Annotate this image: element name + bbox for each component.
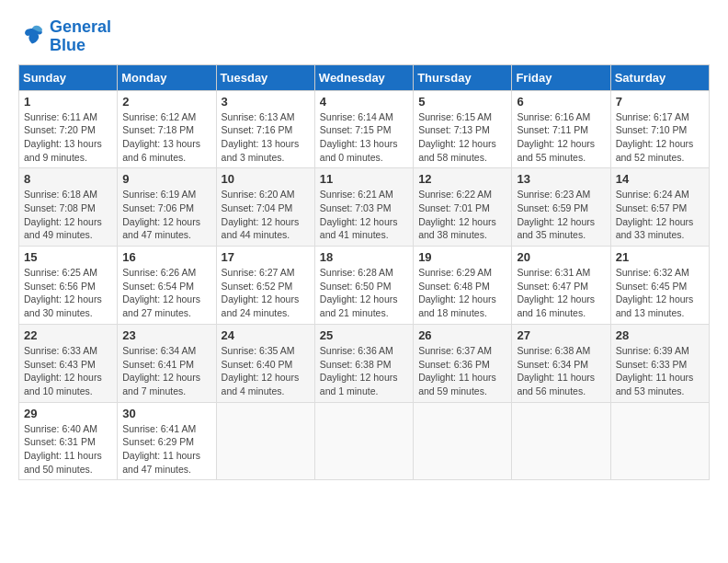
day-info: Sunrise: 6:29 AM Sunset: 6:48 PM Dayligh… (418, 266, 506, 320)
day-number: 7 (616, 95, 704, 109)
calendar-cell (610, 402, 709, 480)
day-info: Sunrise: 6:17 AM Sunset: 7:10 PM Dayligh… (616, 110, 704, 165)
day-number: 10 (222, 172, 310, 186)
day-info: Sunrise: 6:35 AM Sunset: 6:40 PM Dayligh… (222, 344, 310, 398)
calendar-cell: 2 Sunrise: 6:12 AM Sunset: 7:18 PM Dayli… (118, 90, 216, 168)
calendar-cell: 10 Sunrise: 6:20 AM Sunset: 7:04 PM Dayl… (216, 168, 314, 247)
calendar-cell: 8 Sunrise: 6:18 AM Sunset: 7:08 PM Dayli… (19, 168, 118, 247)
day-number: 3 (222, 95, 310, 109)
calendar-day-header: Saturday (610, 64, 709, 90)
calendar-cell: 16 Sunrise: 6:26 AM Sunset: 6:54 PM Dayl… (118, 247, 216, 325)
day-info: Sunrise: 6:20 AM Sunset: 7:04 PM Dayligh… (222, 188, 310, 242)
calendar-day-header: Friday (512, 64, 610, 90)
calendar-cell (314, 402, 413, 480)
calendar-cell: 9 Sunrise: 6:19 AM Sunset: 7:06 PM Dayli… (118, 168, 216, 247)
calendar-week-row: 22 Sunrise: 6:33 AM Sunset: 6:43 PM Dayl… (19, 324, 710, 402)
day-number: 19 (418, 250, 506, 264)
calendar-cell: 27 Sunrise: 6:38 AM Sunset: 6:34 PM Dayl… (512, 324, 610, 402)
day-number: 30 (122, 407, 210, 420)
calendar-cell: 3 Sunrise: 6:13 AM Sunset: 7:16 PM Dayli… (216, 90, 314, 168)
day-info: Sunrise: 6:22 AM Sunset: 7:01 PM Dayligh… (418, 188, 506, 242)
calendar-cell: 11 Sunrise: 6:21 AM Sunset: 7:03 PM Dayl… (314, 168, 413, 247)
day-number: 24 (222, 328, 310, 342)
calendar-table: SundayMondayTuesdayWednesdayThursdayFrid… (18, 64, 710, 481)
calendar-cell: 7 Sunrise: 6:17 AM Sunset: 7:10 PM Dayli… (610, 90, 709, 168)
day-info: Sunrise: 6:28 AM Sunset: 6:50 PM Dayligh… (320, 266, 408, 320)
calendar-cell: 20 Sunrise: 6:31 AM Sunset: 6:47 PM Dayl… (512, 247, 610, 325)
day-number: 14 (616, 172, 704, 186)
calendar-cell: 15 Sunrise: 6:25 AM Sunset: 6:56 PM Dayl… (19, 247, 118, 325)
calendar-cell: 5 Sunrise: 6:15 AM Sunset: 7:13 PM Dayli… (414, 90, 512, 168)
calendar-cell (512, 402, 610, 480)
calendar-cell: 4 Sunrise: 6:14 AM Sunset: 7:15 PM Dayli… (314, 90, 413, 168)
calendar-body: 1 Sunrise: 6:11 AM Sunset: 7:20 PM Dayli… (19, 90, 710, 480)
calendar-cell: 17 Sunrise: 6:27 AM Sunset: 6:52 PM Dayl… (216, 247, 314, 325)
calendar-header-row: SundayMondayTuesdayWednesdayThursdayFrid… (19, 64, 710, 90)
day-info: Sunrise: 6:39 AM Sunset: 6:33 PM Dayligh… (616, 344, 704, 398)
day-number: 5 (418, 95, 506, 109)
calendar-day-header: Wednesday (314, 64, 413, 90)
day-number: 22 (24, 328, 112, 342)
day-info: Sunrise: 6:34 AM Sunset: 6:41 PM Dayligh… (122, 344, 210, 398)
calendar-cell: 24 Sunrise: 6:35 AM Sunset: 6:40 PM Dayl… (216, 324, 314, 402)
calendar-day-header: Tuesday (216, 64, 314, 90)
day-info: Sunrise: 6:36 AM Sunset: 6:38 PM Dayligh… (320, 344, 408, 398)
calendar-cell: 22 Sunrise: 6:33 AM Sunset: 6:43 PM Dayl… (19, 324, 118, 402)
day-info: Sunrise: 6:41 AM Sunset: 6:29 PM Dayligh… (122, 422, 210, 477)
logo-icon (18, 23, 46, 51)
calendar-cell: 14 Sunrise: 6:24 AM Sunset: 6:57 PM Dayl… (610, 168, 709, 247)
day-info: Sunrise: 6:37 AM Sunset: 6:36 PM Dayligh… (418, 344, 506, 398)
calendar-cell (216, 402, 314, 480)
day-info: Sunrise: 6:19 AM Sunset: 7:06 PM Dayligh… (122, 188, 210, 242)
day-info: Sunrise: 6:32 AM Sunset: 6:45 PM Dayligh… (616, 266, 704, 320)
calendar-cell: 1 Sunrise: 6:11 AM Sunset: 7:20 PM Dayli… (19, 90, 118, 168)
day-info: Sunrise: 6:11 AM Sunset: 7:20 PM Dayligh… (24, 110, 112, 165)
day-number: 27 (517, 328, 605, 342)
day-number: 4 (320, 95, 408, 109)
day-number: 2 (122, 95, 210, 109)
day-info: Sunrise: 6:40 AM Sunset: 6:31 PM Dayligh… (24, 422, 112, 477)
calendar-cell: 13 Sunrise: 6:23 AM Sunset: 6:59 PM Dayl… (512, 168, 610, 247)
day-info: Sunrise: 6:12 AM Sunset: 7:18 PM Dayligh… (122, 110, 210, 165)
calendar-week-row: 29 Sunrise: 6:40 AM Sunset: 6:31 PM Dayl… (19, 402, 710, 480)
day-number: 18 (320, 250, 408, 264)
calendar-day-header: Thursday (414, 64, 512, 90)
calendar-day-header: Sunday (19, 64, 118, 90)
calendar-cell: 25 Sunrise: 6:36 AM Sunset: 6:38 PM Dayl… (314, 324, 413, 402)
day-info: Sunrise: 6:38 AM Sunset: 6:34 PM Dayligh… (517, 344, 605, 398)
day-info: Sunrise: 6:15 AM Sunset: 7:13 PM Dayligh… (418, 110, 506, 165)
day-number: 17 (222, 250, 310, 264)
calendar-day-header: Monday (118, 64, 216, 90)
calendar-cell (414, 402, 512, 480)
day-info: Sunrise: 6:18 AM Sunset: 7:08 PM Dayligh… (24, 188, 112, 242)
calendar-cell: 21 Sunrise: 6:32 AM Sunset: 6:45 PM Dayl… (610, 247, 709, 325)
day-number: 21 (616, 250, 704, 264)
day-info: Sunrise: 6:26 AM Sunset: 6:54 PM Dayligh… (122, 266, 210, 320)
day-number: 15 (24, 250, 112, 264)
calendar-cell: 12 Sunrise: 6:22 AM Sunset: 7:01 PM Dayl… (414, 168, 512, 247)
calendar-cell: 26 Sunrise: 6:37 AM Sunset: 6:36 PM Dayl… (414, 324, 512, 402)
calendar-week-row: 8 Sunrise: 6:18 AM Sunset: 7:08 PM Dayli… (19, 168, 710, 247)
day-number: 1 (24, 95, 112, 109)
day-number: 23 (122, 328, 210, 342)
day-info: Sunrise: 6:23 AM Sunset: 6:59 PM Dayligh… (517, 188, 605, 242)
day-number: 8 (24, 172, 112, 186)
day-info: Sunrise: 6:31 AM Sunset: 6:47 PM Dayligh… (517, 266, 605, 320)
day-number: 20 (517, 250, 605, 264)
day-number: 26 (418, 328, 506, 342)
day-info: Sunrise: 6:25 AM Sunset: 6:56 PM Dayligh… (24, 266, 112, 320)
day-number: 6 (517, 95, 605, 109)
day-info: Sunrise: 6:21 AM Sunset: 7:03 PM Dayligh… (320, 188, 408, 242)
day-number: 9 (122, 172, 210, 186)
day-number: 25 (320, 328, 408, 342)
day-info: Sunrise: 6:33 AM Sunset: 6:43 PM Dayligh… (24, 344, 112, 398)
calendar-week-row: 15 Sunrise: 6:25 AM Sunset: 6:56 PM Dayl… (19, 247, 710, 325)
day-info: Sunrise: 6:24 AM Sunset: 6:57 PM Dayligh… (616, 188, 704, 242)
calendar-cell: 18 Sunrise: 6:28 AM Sunset: 6:50 PM Dayl… (314, 247, 413, 325)
calendar-cell: 29 Sunrise: 6:40 AM Sunset: 6:31 PM Dayl… (19, 402, 118, 480)
calendar-cell: 30 Sunrise: 6:41 AM Sunset: 6:29 PM Dayl… (118, 402, 216, 480)
calendar-cell: 19 Sunrise: 6:29 AM Sunset: 6:48 PM Dayl… (414, 247, 512, 325)
day-info: Sunrise: 6:14 AM Sunset: 7:15 PM Dayligh… (320, 110, 408, 165)
day-number: 13 (517, 172, 605, 186)
page-header: General Blue (18, 18, 710, 55)
